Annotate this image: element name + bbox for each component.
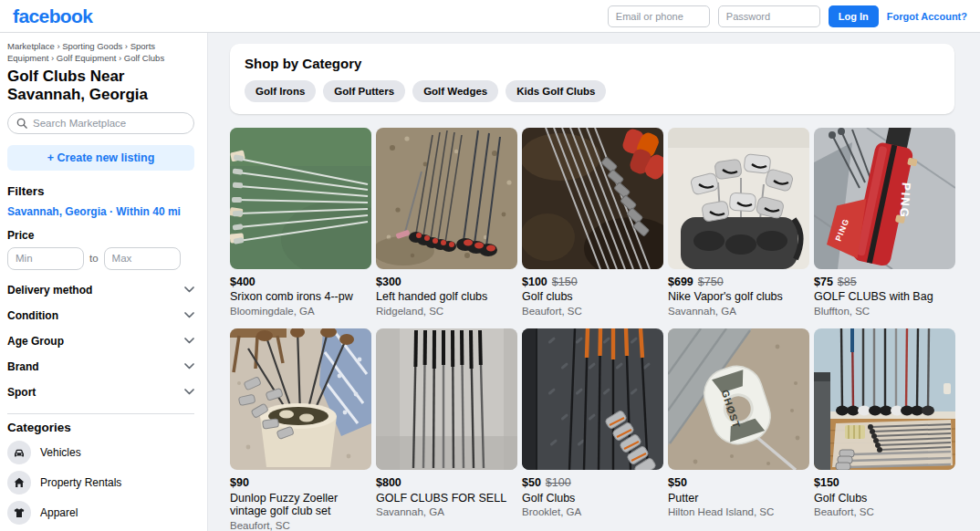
listing-location: Savannah, GA [376,506,517,517]
listing-grid: $400 Srixon comb irons 4--pw Bloomingdal… [230,128,955,531]
listing-image: PING PING [814,128,955,269]
listing-old-price: $85 [838,276,857,288]
listing-location: Bluffton, SC [814,306,955,317]
listing-title: Left handed golf clubs [376,290,517,304]
listing-title: Golf Clubs [522,492,663,505]
listing-old-price: $150 [552,276,578,288]
chip-golf-wedges[interactable]: Golf Wedges [412,80,498,102]
password-field[interactable] [718,5,820,27]
price-min-input[interactable] [7,247,84,270]
listing-card[interactable]: $400 Srixon comb irons 4--pw Bloomingdal… [230,128,371,317]
categories-heading: Categories [7,421,194,434]
price-heading: Price [7,229,194,242]
listing-card[interactable]: $150 Golf Clubs Beaufort, SC [814,328,955,531]
listing-title: Putter [668,492,809,505]
listing-image [376,328,517,470]
sidebar-item-label: Property Rentals [40,476,121,489]
filter-brand[interactable]: Brand [7,354,194,380]
sidebar-item-apparel[interactable]: Apparel [7,498,194,528]
price-row: $300 [376,276,517,288]
listing-old-price: $100 [546,476,571,489]
chip-kids-golf-clubs[interactable]: Kids Golf Clubs [506,80,606,102]
email-field[interactable] [608,5,710,27]
listing-card[interactable]: $300 Left handed golf clubs Ridgeland, S… [376,128,517,317]
listing-location: Bloomingdale, GA [230,306,371,317]
facebook-logo[interactable]: facebook [13,5,92,27]
listing-image [522,328,663,470]
listing-image [668,128,809,269]
location-filter-link[interactable]: Savannah, Georgia · Within 40 mi [7,205,194,218]
sidebar-divider [7,413,194,414]
chip-golf-putters[interactable]: Golf Putters [323,80,405,102]
price-row: $90 [230,476,371,489]
sidebar: Marketplace › Sporting Goods › Sports Eq… [0,33,208,531]
listing-image [814,328,955,470]
sidebar-item-property-rentals[interactable]: Property Rentals [7,468,194,498]
listing-title: GOLF CLUBS FOR SELL [376,492,517,505]
listing-price: $400 [230,276,255,288]
search-placeholder: Search Marketplace [33,118,126,129]
listing-image: GHØST [668,328,809,470]
filter-sport[interactable]: Sport [7,380,194,405]
create-listing-button[interactable]: + Create new listing [7,145,194,171]
listing-price: $50 [668,476,687,489]
listing-price: $699 [668,276,693,288]
sidebar-item-label: Apparel [40,506,78,519]
price-row: $400 [230,276,371,288]
price-row: $800 [376,476,517,489]
listing-title: Dunlop Fuzzy Zoeller vintage golf club s… [230,492,371,519]
main-content: Shop by Category Golf Irons Golf Putters… [208,33,980,531]
to-label: to [89,253,99,264]
listing-title: Srixon comb irons 4--pw [230,290,371,304]
filter-condition[interactable]: Condition [7,303,194,328]
listing-card[interactable]: GHØST $50 Putter Hilton Head Island, SC [668,328,809,531]
bag-brand-text: PING [897,182,913,220]
listing-location: Savannah, GA [668,306,809,317]
listing-price: $75 [814,276,833,288]
filter-delivery-method[interactable]: Delivery method [7,277,194,303]
listing-price: $90 [230,476,249,489]
price-row: $100$150 [522,276,663,288]
listing-card[interactable]: $699$750 Nike Vapor's golf clubs Savanna… [668,128,809,317]
listing-price: $800 [376,476,401,489]
listing-price: $50 [522,476,541,489]
listing-card[interactable]: $50$100 Golf Clubs Brooklet, GA [522,328,663,531]
login-button[interactable]: Log In [829,5,879,27]
listing-location: Beaufort, SC [230,520,371,531]
chevron-down-icon [184,312,194,318]
listing-card[interactable]: $90 Dunlop Fuzzy Zoeller vintage golf cl… [230,328,371,531]
listing-location: Beaufort, SC [522,306,663,317]
listing-old-price: $750 [698,276,724,288]
listing-price: $150 [814,476,839,489]
listing-image [522,128,663,269]
listing-price: $300 [376,276,401,288]
listing-title: Nike Vapor's golf clubs [668,290,809,304]
forgot-account-link[interactable]: Forgot Account? [887,11,967,22]
sidebar-item-vehicles[interactable]: Vehicles [7,438,194,468]
listing-title: Golf clubs [522,290,663,304]
listing-card[interactable]: $800 GOLF CLUBS FOR SELL Savannah, GA [376,328,517,531]
listing-image [376,128,517,269]
filters-heading: Filters [7,184,194,198]
price-row: $150 [814,476,955,489]
listing-price: $100 [522,276,547,288]
filter-age-group[interactable]: Age Group [7,328,194,354]
search-icon [16,118,27,129]
listing-location: Beaufort, SC [814,506,955,517]
car-icon [7,441,31,464]
sidebar-item-label: Vehicles [40,446,81,459]
listing-image [230,128,371,269]
listing-card[interactable]: PING PING $75$85 GOLF CLUBS with Bag Blu… [814,128,955,317]
listing-card[interactable]: $100$150 Golf clubs Beaufort, SC [522,128,663,317]
price-row: $50 [668,476,809,489]
search-input[interactable]: Search Marketplace [7,112,194,134]
price-max-input[interactable] [104,247,181,270]
chip-golf-irons[interactable]: Golf Irons [245,80,316,102]
chevron-down-icon [184,286,194,293]
chevron-down-icon [184,338,194,344]
page-title: Golf Clubs Near Savannah, Georgia [7,68,194,104]
listing-image [230,328,371,470]
chevron-down-icon [184,389,194,395]
breadcrumb[interactable]: Marketplace › Sporting Goods › Sports Eq… [7,41,194,65]
listing-location: Hilton Head Island, SC [668,506,809,517]
